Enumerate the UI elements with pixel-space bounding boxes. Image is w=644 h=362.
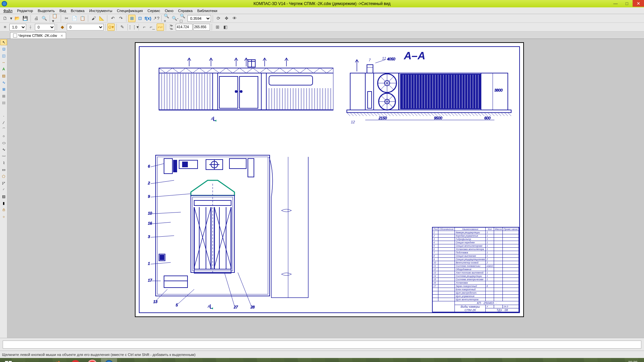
tool-text[interactable]: A [0, 66, 7, 72]
preview-button[interactable]: 🔍 [41, 15, 48, 22]
dropdown-icon[interactable]: ▾ [9, 15, 13, 22]
start-button[interactable] [0, 358, 16, 362]
drawing-canvas[interactable]: А–А [7, 39, 644, 338]
linewidth-icon[interactable]: ≡ [1, 23, 9, 31]
geom-spline[interactable]: 〰 [0, 153, 7, 159]
geom-fill[interactable]: ▮ [0, 200, 7, 206]
zoom-fit-button[interactable]: 🔍□ [179, 15, 187, 22]
ortho-button[interactable]: ⌐ [141, 23, 148, 31]
geom-ellipse[interactable]: ⬭ [0, 140, 7, 146]
geom-bezier[interactable]: ∿ [0, 146, 7, 153]
layer-combo[interactable]: 0 [67, 24, 104, 31]
menu-tools[interactable]: Инструменты [87, 8, 115, 13]
print-button[interactable]: 🖨 [33, 15, 40, 22]
extra2-button[interactable]: ◧ [222, 23, 229, 31]
tool-select[interactable]: ↖ [0, 39, 7, 45]
tray-clock[interactable]: 20:2020.01.2015 [624, 360, 642, 362]
svg-line-143 [151, 180, 174, 184]
marker-button[interactable]: ✎ [118, 23, 126, 31]
opera-button[interactable] [67, 358, 84, 362]
menu-file[interactable]: Файл [1, 8, 15, 13]
geom-poly[interactable]: ⬠ [0, 173, 7, 179]
geom-arc[interactable]: ⌒ [0, 126, 7, 132]
minimize-button[interactable]: — [610, 0, 621, 7]
geom-point[interactable]: · [0, 113, 7, 119]
geom-equid[interactable]: ⫛ [0, 207, 7, 213]
svg-text:28: 28 [250, 305, 255, 309]
menu-help[interactable]: Справка [176, 8, 195, 13]
menu-select[interactable]: Выделить [35, 8, 57, 13]
undo-button[interactable]: ↶ [109, 15, 116, 22]
geom-hatch[interactable]: ▨ [0, 193, 7, 199]
copy-button[interactable]: 📄 [71, 15, 78, 22]
document-tab[interactable]: Чертеж СПМК -2K.cdw ✕ [10, 32, 66, 39]
step-icon[interactable]: ⟊ [27, 23, 34, 31]
svg-text:5: 5 [176, 303, 178, 307]
props-button[interactable]: 📋▾ [52, 15, 59, 22]
tool-table[interactable]: ⊞ [0, 86, 7, 92]
tool-line[interactable]: ⊡ [0, 46, 7, 52]
linewidth-combo[interactable]: 1.0 [9, 24, 26, 31]
zoom-combo[interactable]: 0.3594 [187, 15, 211, 22]
geom-line[interactable]: ∕ [0, 120, 7, 126]
format-button[interactable]: 🖌 [90, 15, 97, 22]
menu-insert[interactable]: Вставка [68, 8, 87, 13]
tool-constr[interactable]: ▤ [0, 100, 7, 106]
maximize-button[interactable]: □ [621, 0, 633, 7]
pan-button[interactable]: ✥ [223, 15, 230, 22]
grid-button[interactable]: ⊞ [128, 15, 136, 22]
view-button[interactable]: 👁 [231, 15, 238, 22]
section-aa: 2150 9500 600 3800 4050 711 12 [337, 51, 515, 132]
geom-fillet[interactable]: ◜ [0, 187, 7, 193]
zoom-out-button[interactable]: 🔍- [171, 15, 179, 22]
new-button[interactable]: 🗋 [1, 15, 9, 22]
svg-rect-31 [269, 76, 313, 85]
osnap-button[interactable]: ⌐_ [149, 23, 156, 31]
paste-button[interactable]: 📋 [79, 15, 86, 22]
tool-rect[interactable]: ◫ [0, 53, 7, 59]
store-button[interactable]: 🛍 [34, 358, 50, 362]
layer-icon[interactable]: ◆ [59, 23, 66, 31]
menu-edit[interactable]: Редактор [15, 8, 35, 13]
snap-button[interactable]: ⊙▾ [107, 23, 115, 31]
geom-break[interactable]: ⌇ [0, 160, 7, 166]
fx-button[interactable]: f(x) [144, 15, 152, 22]
svg-text:А: А [207, 304, 210, 308]
tool-dim[interactable]: ↔ [0, 59, 7, 65]
tool-spline[interactable]: ∿ [0, 79, 7, 85]
style-button[interactable]: 📐 [98, 15, 105, 22]
coord-y[interactable]: 265.856 [193, 24, 210, 31]
extra1-button[interactable]: ⊞ [214, 23, 221, 31]
refresh-button[interactable]: ⟳ [215, 15, 222, 22]
kompas-task-button[interactable] [101, 358, 117, 362]
geom-circle[interactable]: ○ [0, 133, 7, 139]
redo-button[interactable]: ↷ [117, 15, 124, 22]
menu-service[interactable]: Сервис [145, 8, 163, 13]
zoom-in-button[interactable]: 🔍+ [163, 15, 171, 22]
cut-button[interactable]: ✂ [63, 15, 70, 22]
menu-libs[interactable]: Библиотеки [195, 8, 220, 13]
menu-window[interactable]: Окно [162, 8, 176, 13]
explorer-button[interactable]: 📁 [17, 358, 33, 362]
open-button[interactable]: 📂 [13, 15, 21, 22]
save-button[interactable]: 💾 [21, 15, 29, 22]
record-button[interactable] [84, 358, 100, 362]
step-combo[interactable]: 0 [35, 24, 55, 31]
tool-view[interactable]: ▦ [0, 93, 7, 99]
grid2-button[interactable]: ⋮⋮▾ [129, 23, 137, 31]
menu-spec[interactable]: Спецификация [115, 8, 145, 13]
geom-offset[interactable]: ⟐ [0, 214, 7, 220]
menu-view[interactable]: Вид [57, 8, 68, 13]
tool-hatch[interactable]: ▨ [0, 73, 7, 79]
track-button[interactable]: ⌐⌐ [157, 23, 164, 31]
geom-rect[interactable]: ▭ [0, 167, 7, 173]
tab-close-icon[interactable]: ✕ [60, 34, 63, 38]
close-button[interactable]: ✕ [633, 0, 644, 7]
layer-button[interactable]: ⊡ [136, 15, 144, 22]
home-button[interactable]: 🏠 [51, 358, 67, 362]
svg-text:12: 12 [351, 120, 355, 124]
geom-chamfer[interactable]: ◸ [0, 180, 7, 186]
command-input[interactable] [3, 341, 641, 349]
help-cursor-button[interactable]: ⭷? [152, 15, 160, 22]
coord-x[interactable]: 414.724 [176, 24, 193, 31]
